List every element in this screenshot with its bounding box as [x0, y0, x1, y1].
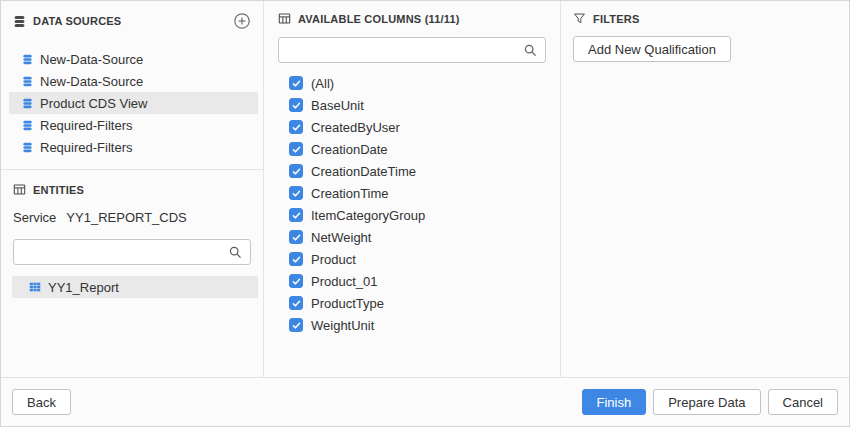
available-columns-header: AVAILABLE COLUMNS (11/11)	[278, 1, 546, 25]
column-item[interactable]: CreatedByUser	[278, 116, 546, 138]
column-label: Product	[311, 252, 356, 267]
checkbox-checked-icon[interactable]	[289, 164, 303, 178]
column-label: BaseUnit	[311, 98, 364, 113]
checkbox-checked-icon[interactable]	[289, 274, 303, 288]
database-icon	[13, 15, 26, 28]
entity-item[interactable]: YY1_Report	[12, 276, 258, 298]
column-label: NetWeight	[311, 230, 371, 245]
column-label: CreationDateTime	[311, 164, 416, 179]
add-data-source-button[interactable]	[233, 12, 251, 30]
data-source-label: New-Data-Source	[40, 52, 143, 67]
entities-search	[13, 239, 251, 265]
column-label: CreationTime	[311, 186, 389, 201]
service-value: YY1_REPORT_CDS	[66, 210, 186, 225]
data-source-label: Required-Filters	[40, 140, 132, 155]
data-sources-title: DATA SOURCES	[33, 15, 121, 27]
service-label: Service	[13, 210, 56, 225]
checkbox-checked-icon[interactable]	[289, 318, 303, 332]
data-source-label: New-Data-Source	[40, 74, 143, 89]
finish-button[interactable]: Finish	[582, 389, 647, 415]
data-source-configuration-dialog: DATA SOURCES	[0, 0, 850, 427]
column-item[interactable]: CreationTime	[278, 182, 546, 204]
column-label: ProductType	[311, 296, 384, 311]
data-source-label: Product CDS View	[40, 96, 147, 111]
column-item[interactable]: ItemCategoryGroup	[278, 204, 546, 226]
column-item[interactable]: CreationDateTime	[278, 160, 546, 182]
checkbox-checked-icon[interactable]	[289, 296, 303, 310]
prepare-data-button[interactable]: Prepare Data	[653, 389, 760, 415]
database-icon	[22, 142, 33, 153]
checkbox-checked-icon[interactable]	[289, 76, 303, 90]
column-item[interactable]: BaseUnit	[278, 94, 546, 116]
column-checkbox-list: (All) BaseUnit	[278, 72, 546, 336]
checkbox-checked-icon[interactable]	[289, 252, 303, 266]
column-item[interactable]: Product	[278, 248, 546, 270]
column-item[interactable]: ProductType	[278, 292, 546, 314]
table-icon	[278, 12, 291, 25]
column-label: (All)	[311, 76, 334, 91]
column-item[interactable]: Product_01	[278, 270, 546, 292]
data-source-item[interactable]: Required-Filters	[9, 136, 258, 158]
checkbox-checked-icon[interactable]	[289, 186, 303, 200]
available-columns-title: AVAILABLE COLUMNS (11/11)	[298, 13, 460, 25]
entities-header: ENTITIES	[1, 170, 263, 196]
column-label: CreationDate	[311, 142, 388, 157]
data-source-label: Required-Filters	[40, 118, 132, 133]
available-columns-panel: AVAILABLE COLUMNS (11/11)	[264, 1, 561, 377]
data-sources-header: DATA SOURCES	[1, 1, 263, 30]
data-source-item[interactable]: New-Data-Source	[9, 70, 258, 92]
checkbox-checked-icon[interactable]	[289, 208, 303, 222]
entity-label: YY1_Report	[48, 280, 119, 295]
database-icon	[22, 54, 33, 65]
database-icon	[22, 120, 33, 131]
column-item[interactable]: NetWeight	[278, 226, 546, 248]
column-item[interactable]: WeightUnit	[278, 314, 546, 336]
data-source-item[interactable]: Required-Filters	[9, 114, 258, 136]
main-area: DATA SOURCES	[1, 1, 849, 378]
checkbox-checked-icon[interactable]	[289, 98, 303, 112]
data-source-item[interactable]: New-Data-Source	[9, 48, 258, 70]
filters-header: FILTERS	[573, 1, 837, 25]
column-label: CreatedByUser	[311, 120, 400, 135]
column-label: ItemCategoryGroup	[311, 208, 425, 223]
back-button[interactable]: Back	[12, 389, 71, 415]
filters-title: FILTERS	[593, 13, 639, 25]
columns-search	[278, 37, 546, 63]
search-icon[interactable]	[228, 245, 243, 260]
checkbox-checked-icon[interactable]	[289, 120, 303, 134]
data-source-list: New-Data-Source New-Data-Source	[1, 48, 263, 158]
database-icon	[22, 76, 33, 87]
column-label: Product_01	[311, 274, 378, 289]
filter-funnel-icon	[573, 12, 586, 25]
column-item[interactable]: CreationDate	[278, 138, 546, 160]
entities-search-input[interactable]	[14, 240, 250, 264]
grid-table-icon	[29, 281, 41, 293]
search-icon[interactable]	[523, 43, 538, 58]
filters-panel: FILTERS Add New Qualification	[561, 1, 849, 377]
checkbox-checked-icon[interactable]	[289, 142, 303, 156]
columns-search-input[interactable]	[279, 38, 545, 62]
table-icon	[13, 183, 26, 196]
add-new-qualification-button[interactable]: Add New Qualification	[573, 36, 731, 62]
entities-title: ENTITIES	[33, 184, 84, 196]
database-icon	[22, 98, 33, 109]
column-label: WeightUnit	[311, 318, 374, 333]
checkbox-checked-icon[interactable]	[289, 230, 303, 244]
cancel-button[interactable]: Cancel	[768, 389, 838, 415]
column-item[interactable]: (All)	[278, 72, 546, 94]
service-row: Service YY1_REPORT_CDS	[1, 210, 263, 225]
footer-bar: Back Finish Prepare Data Cancel	[1, 378, 849, 426]
data-source-item[interactable]: Product CDS View	[9, 92, 258, 114]
data-sources-panel: DATA SOURCES	[1, 1, 264, 377]
entity-list: YY1_Report	[1, 276, 263, 298]
